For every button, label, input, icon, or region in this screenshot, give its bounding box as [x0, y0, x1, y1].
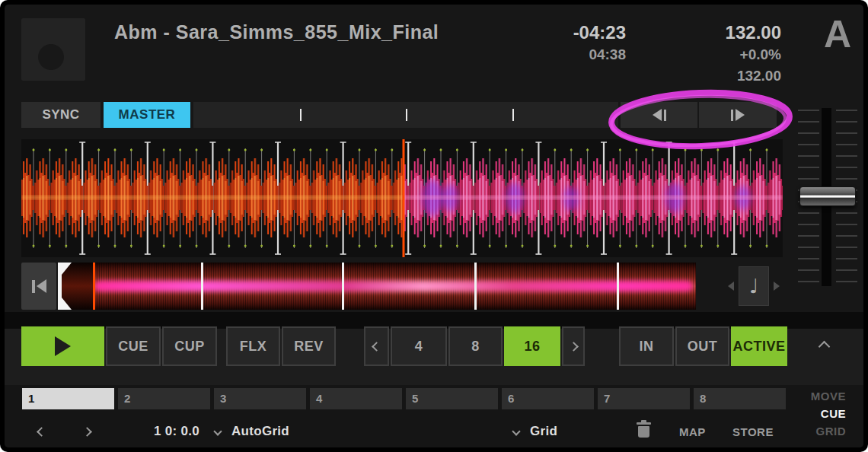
key-down-icon[interactable]: [728, 282, 734, 291]
tempo-fader[interactable]: [796, 107, 860, 289]
key-widget: ♩: [716, 263, 792, 310]
cup-button[interactable]: CUP: [162, 326, 217, 366]
skip-start-icon: [37, 279, 46, 293]
beatjump-forward-icon: [736, 109, 745, 121]
gridmarker-prev-button[interactable]: [38, 420, 45, 443]
beatjump-back-icon: [653, 109, 662, 121]
beatjump-forward-button[interactable]: [699, 102, 777, 128]
beatjump-bar: [731, 110, 733, 121]
beat-phase-meter[interactable]: [193, 102, 618, 128]
trash-icon: [638, 426, 649, 438]
key-lock-button[interactable]: ♩: [739, 266, 769, 306]
loop-active-button[interactable]: ACTIVE: [731, 326, 787, 366]
loop-smaller-button[interactable]: [364, 326, 389, 366]
stripe-cue-marker: [201, 263, 203, 310]
chevron-down-icon: [213, 427, 222, 435]
deck-letter: A: [813, 12, 862, 59]
collapse-advanced-button[interactable]: [803, 326, 845, 366]
track-title: Abm - Sara_Simms_855_Mix_Final: [114, 21, 439, 43]
traktor-deck-a: Abm - Sara_Simms_855_Mix_Final -04:23 04…: [0, 0, 868, 452]
snapmode-dropdown[interactable]: Grid: [530, 420, 557, 443]
time-remaining: -04:23: [522, 21, 626, 44]
tempo-display[interactable]: 132.00 +0.0% 132.00: [694, 21, 781, 87]
note-icon: ♩: [749, 275, 758, 298]
master-button[interactable]: MASTER: [104, 102, 190, 128]
loop-size-8[interactable]: 8: [448, 326, 503, 366]
chevron-right-icon: [569, 342, 579, 352]
hotcue-1[interactable]: 1: [22, 388, 114, 409]
chevron-down-icon: [512, 427, 520, 435]
time-display[interactable]: -04:23 04:38: [522, 21, 626, 65]
play-icon: [55, 336, 71, 356]
loop-in-button[interactable]: IN: [619, 326, 674, 366]
hotcue-5[interactable]: 5: [406, 388, 498, 409]
delete-gridmarker-button[interactable]: [638, 420, 649, 443]
waveform-display[interactable]: [21, 139, 783, 257]
hotcue-2[interactable]: 2: [118, 388, 210, 409]
record-icon: [38, 44, 64, 70]
deck-panel: Abm - Sara_Simms_855_Mix_Final -04:23 04…: [5, 5, 863, 447]
play-button[interactable]: [21, 326, 104, 366]
hotcue-3[interactable]: 3: [214, 388, 306, 409]
snapmode-dropdown-icon[interactable]: [513, 420, 519, 443]
flux-button[interactable]: FLX: [226, 326, 280, 366]
phase-tick: [512, 109, 514, 121]
hotcue-8[interactable]: 8: [694, 388, 786, 409]
stripe-energy-band: [94, 281, 693, 291]
loop-out-button[interactable]: OUT: [675, 326, 729, 366]
skip-to-start-button[interactable]: [21, 263, 56, 310]
loop-size-4[interactable]: 4: [391, 326, 447, 366]
chevron-up-icon: [818, 340, 830, 352]
phase-tick: [300, 109, 302, 121]
cue-button[interactable]: CUE: [106, 326, 161, 366]
phase-tick: [406, 109, 407, 121]
bpm-current: 132.00: [694, 21, 781, 44]
gridmarker-next-button[interactable]: [84, 420, 91, 443]
hotcue-4[interactable]: 4: [310, 388, 402, 409]
gridmode-dropdown-icon[interactable]: [215, 420, 221, 443]
beat-position-readout: 1 0: 0.0: [126, 420, 199, 443]
advanced-panel: 1 2 3 4 5 6 7 8 1 0: 0.0 AutoGrid Grid M…: [5, 385, 863, 447]
skip-start-icon: [32, 280, 35, 293]
loop-size-16[interactable]: 16: [504, 326, 560, 366]
store-button[interactable]: STORE: [732, 420, 774, 443]
key-up-icon[interactable]: [774, 282, 780, 291]
cue-mode-grid[interactable]: GRID: [793, 425, 846, 438]
stripe-cue-marker: [474, 263, 477, 310]
tempo-offset: +0.0%: [694, 44, 781, 65]
beatjump-back-button[interactable]: [621, 102, 697, 128]
stripe[interactable]: [58, 263, 696, 310]
loop-bigger-button[interactable]: [562, 326, 585, 366]
chevron-left-icon: [372, 342, 381, 352]
chevron-right-icon: [82, 427, 92, 437]
stripe-position-marker: [58, 263, 73, 310]
gridmode-dropdown[interactable]: AutoGrid: [231, 420, 289, 443]
bpm-base: 132.00: [694, 65, 781, 87]
hotcue-6[interactable]: 6: [502, 388, 594, 409]
hotcue-7[interactable]: 7: [598, 388, 690, 409]
stripe-playhead: [93, 263, 95, 310]
time-total: 04:38: [522, 44, 626, 65]
sync-button[interactable]: SYNC: [21, 102, 101, 128]
beatjump-bar: [664, 110, 666, 121]
fader-knob[interactable]: [799, 186, 856, 206]
album-art: [21, 18, 85, 81]
stripe-cue-marker: [342, 263, 344, 310]
cue-mode-move[interactable]: MOVE: [793, 390, 846, 403]
chevron-left-icon: [37, 427, 46, 437]
transport-panel: CUE CUP FLX REV 4 8 16 IN OUT ACTIVE: [5, 329, 863, 385]
cue-mode-cue[interactable]: CUE: [793, 407, 846, 420]
map-button[interactable]: MAP: [679, 420, 706, 443]
reverse-button[interactable]: REV: [282, 326, 336, 366]
stripe-cue-marker: [617, 263, 619, 310]
